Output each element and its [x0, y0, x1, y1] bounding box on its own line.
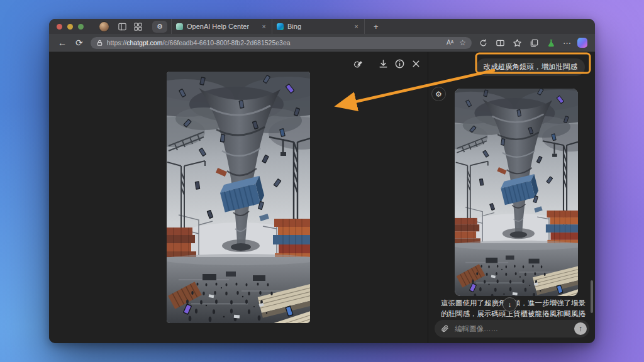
- split-screen-icon[interactable]: [495, 38, 506, 48]
- bing-favicon: [277, 23, 284, 30]
- assistant-avatar: ⚙: [431, 87, 446, 101]
- collections-icon[interactable]: [529, 38, 540, 48]
- tab-openai-help-center[interactable]: OpenAI Help Center ✕: [171, 19, 272, 34]
- scroll-to-bottom-button[interactable]: ↓: [502, 297, 517, 312]
- chat-input-bar[interactable]: ↑: [435, 320, 589, 337]
- sync-icon[interactable]: [478, 38, 489, 48]
- url-scheme: https://: [107, 39, 127, 47]
- page-content: 改成超廣角鏡頭，增加壯闊感 ⚙ ↓ 這張圖使用了超廣角鏡頭，進一步增強了場景的壯…: [49, 52, 595, 343]
- desktop-background: ⚙ OpenAI Help Center ✕ Bing ✕ + ← ⟳ http…: [0, 0, 644, 362]
- send-button[interactable]: ↑: [574, 322, 587, 335]
- attach-paperclip-icon[interactable]: [441, 325, 449, 333]
- close-tab-icon[interactable]: ✕: [353, 23, 360, 31]
- copilot-icon[interactable]: [577, 38, 587, 48]
- arrow-up-icon: ↑: [579, 324, 582, 333]
- browser-window: ⚙ OpenAI Help Center ✕ Bing ✕ + ← ⟳ http…: [49, 19, 595, 343]
- tab-bing[interactable]: Bing ✕: [272, 19, 365, 34]
- text-size-icon[interactable]: Aᴬ: [447, 40, 453, 46]
- viewer-toolbar: [353, 58, 421, 69]
- more-menu-icon[interactable]: ⋯: [563, 39, 571, 47]
- gear-icon: ⚙: [435, 90, 442, 99]
- close-tab-icon[interactable]: ✕: [260, 23, 267, 31]
- workspaces-icon[interactable]: [133, 22, 143, 31]
- browser-toolbar: ← ⟳ https://chatgpt.com/c/66feadb4-6610-…: [49, 34, 595, 52]
- generated-image-thumbnail[interactable]: [455, 89, 578, 296]
- close-viewer-icon[interactable]: [411, 58, 421, 69]
- address-bar[interactable]: https://chatgpt.com/c/66feadb4-6610-800f…: [91, 37, 472, 49]
- refresh-button[interactable]: ⟳: [74, 38, 84, 47]
- favorite-star-icon[interactable]: ☆: [459, 39, 466, 47]
- back-button[interactable]: ←: [57, 38, 68, 47]
- minimize-window-button[interactable]: [67, 24, 73, 30]
- url-text: https://chatgpt.com/c/66feadb4-6610-800f…: [107, 39, 291, 47]
- close-window-button[interactable]: [57, 24, 62, 30]
- tab-label: Bing: [287, 23, 301, 30]
- extension-flask-icon[interactable]: [546, 38, 557, 48]
- url-path: /c/66feadb4-6610-800f-8fb2-2d681525e3ea: [162, 39, 290, 47]
- arrow-down-icon: ↓: [508, 301, 512, 308]
- vertical-tabs-icon[interactable]: [118, 22, 127, 31]
- openai-favicon: [176, 23, 183, 30]
- chat-panel: 改成超廣角鏡頭，增加壯闊感 ⚙ ↓ 這張圖使用了超廣角鏡頭，進一步增強了場景的壯…: [428, 52, 595, 343]
- window-controls: [49, 24, 90, 30]
- tab-label: OpenAI Help Center: [187, 23, 249, 30]
- select-edit-icon[interactable]: [353, 58, 364, 69]
- maximize-window-button[interactable]: [78, 24, 84, 30]
- download-icon[interactable]: [378, 58, 389, 69]
- image-viewer: [49, 52, 428, 343]
- address-bar-actions: Aᴬ ☆: [447, 39, 466, 47]
- generated-image-large[interactable]: [167, 72, 310, 323]
- url-domain: chatgpt.com: [126, 39, 162, 47]
- profile-avatar[interactable]: [99, 21, 109, 32]
- panel-scrollbar[interactable]: [591, 280, 593, 313]
- info-icon[interactable]: [394, 58, 405, 69]
- new-tab-button[interactable]: +: [371, 22, 381, 31]
- user-prompt-bubble: 改成超廣角鏡頭，增加壯闊感: [476, 58, 586, 76]
- lock-icon: [96, 40, 103, 47]
- edit-image-input[interactable]: [453, 324, 570, 333]
- gear-icon: ⚙: [157, 23, 163, 30]
- pinned-tab-chatgpt[interactable]: ⚙: [152, 21, 167, 33]
- tab-strip: ⚙ OpenAI Help Center ✕ Bing ✕ +: [49, 19, 595, 34]
- favorites-icon[interactable]: [512, 38, 523, 48]
